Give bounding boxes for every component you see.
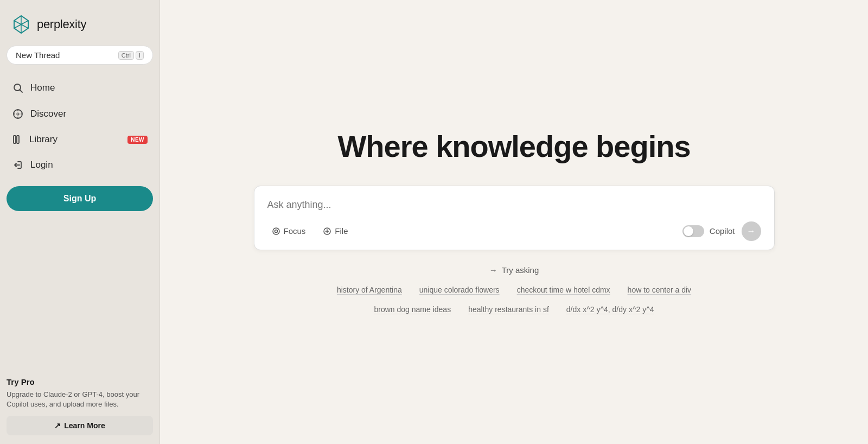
suggestion-chip-3[interactable]: checkout time w hotel cdmx [513, 283, 615, 296]
home-label: Home [30, 83, 55, 93]
copilot-toggle-track[interactable] [682, 225, 704, 237]
logo-text: perplexity [37, 17, 86, 31]
svg-line-1 [20, 90, 23, 93]
library-icon [12, 134, 23, 145]
suggestion-row-1: history of Argentina unique colorado flo… [333, 283, 695, 296]
svg-rect-8 [14, 136, 16, 143]
new-thread-button[interactable]: New Thread Ctrl I [7, 46, 153, 65]
svg-point-3 [17, 113, 19, 115]
main-headline: Where knowledge begins [337, 129, 690, 164]
arrow-diagonal-icon: ↗ [54, 421, 61, 430]
svg-point-11 [275, 230, 277, 232]
main-content: Where knowledge begins Focus [160, 0, 868, 444]
copilot-label: Copilot [710, 226, 735, 236]
try-asking-label: → Try asking [489, 265, 539, 275]
pro-section: Try Pro Upgrade to Claude-2 or GPT-4, bo… [7, 377, 153, 435]
arrow-right-icon: → [747, 226, 756, 236]
pro-title: Try Pro [7, 377, 153, 386]
pro-description: Upgrade to Claude-2 or GPT-4, boost your… [7, 390, 153, 409]
compass-icon [12, 108, 24, 120]
suggestion-chip-7[interactable]: d/dx x^2 y^4, d/dy x^2 y^4 [562, 303, 659, 316]
sidebar-nav: Home Discover [7, 75, 153, 177]
try-asking-section: → Try asking history of Argentina unique… [333, 265, 695, 316]
search-footer: Focus File [267, 221, 761, 241]
suggestion-chip-1[interactable]: history of Argentina [333, 283, 406, 296]
library-label: Library [29, 134, 58, 145]
svg-point-10 [273, 228, 279, 234]
copilot-toggle-thumb [684, 226, 693, 236]
plus-circle-icon [323, 227, 331, 236]
search-icon [12, 82, 24, 94]
focus-button[interactable]: Focus [267, 224, 310, 238]
sidebar-item-home[interactable]: Home [7, 75, 153, 100]
sidebar-item-login[interactable]: Login [7, 153, 153, 177]
signup-button[interactable]: Sign Up [7, 186, 153, 211]
login-icon [12, 159, 24, 171]
learn-more-button[interactable]: ↗ Learn More [7, 416, 153, 435]
svg-rect-9 [17, 136, 19, 143]
copilot-toggle: Copilot [682, 225, 735, 237]
sidebar: perplexity New Thread Ctrl I Home [0, 0, 160, 444]
discover-label: Discover [30, 109, 66, 119]
suggestion-chip-4[interactable]: how to center a div [623, 283, 696, 296]
new-badge: NEW [127, 136, 148, 144]
suggestion-rows: history of Argentina unique colorado flo… [333, 283, 695, 316]
login-label: Login [30, 160, 53, 170]
suggestion-chip-6[interactable]: healthy restaurants in sf [464, 303, 553, 316]
sidebar-item-discover[interactable]: Discover [7, 102, 153, 126]
search-submit-button[interactable]: → [742, 221, 761, 241]
file-button[interactable]: File [318, 224, 352, 238]
suggestion-chip-5[interactable]: brown dog name ideas [370, 303, 456, 316]
search-input[interactable] [267, 199, 761, 211]
search-box: Focus File [254, 186, 775, 250]
keyboard-shortcut: Ctrl I [118, 51, 144, 60]
perplexity-logo-icon [11, 14, 31, 35]
focus-icon [272, 227, 280, 236]
logo-area: perplexity [7, 9, 153, 46]
arrow-right-icon-small: → [489, 265, 497, 275]
suggestion-chip-2[interactable]: unique colorado flowers [415, 283, 504, 296]
sidebar-item-library[interactable]: Library NEW [7, 128, 153, 151]
suggestion-row-2: brown dog name ideas healthy restaurants… [370, 303, 659, 316]
